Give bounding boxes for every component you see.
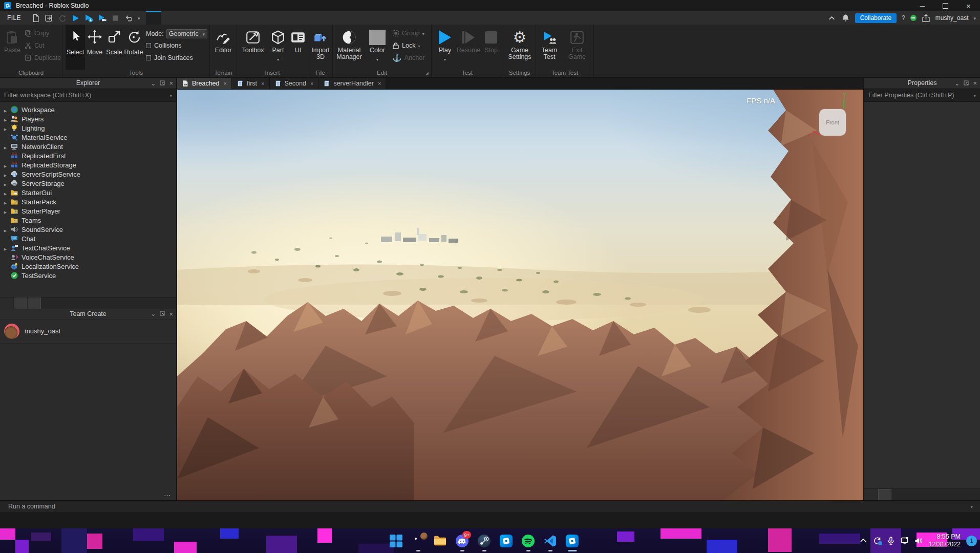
file-menu[interactable]: FILE — [0, 11, 28, 25]
collaborate-button[interactable]: Collaborate — [855, 13, 897, 23]
username[interactable]: mushy_oast — [935, 14, 969, 22]
expand-arrow-icon[interactable] — [2, 180, 9, 187]
explorer-close-icon[interactable] — [169, 79, 173, 87]
taskbar-app-button[interactable] — [495, 528, 517, 553]
ribbon-tab[interactable] — [177, 11, 192, 25]
ribbon-tab[interactable] — [161, 11, 177, 25]
share-icon[interactable] — [922, 14, 930, 23]
expand-arrow-icon[interactable] — [2, 106, 9, 114]
tree-row[interactable]: TestService — [0, 271, 176, 280]
ui-button[interactable]: UI — [289, 28, 307, 54]
notification-count-badge[interactable]: 1 — [966, 536, 977, 546]
expand-arrow-icon[interactable] — [2, 207, 9, 215]
ribbon-tab[interactable] — [223, 11, 238, 25]
terrain-editor-button[interactable]: Editor — [212, 28, 235, 54]
tree-row[interactable]: LocalizationService — [0, 262, 176, 271]
open-place-icon[interactable] — [45, 14, 53, 23]
close-tab-icon[interactable] — [261, 80, 264, 87]
tray-speaker-icon[interactable] — [914, 537, 923, 545]
undo-icon[interactable] — [124, 14, 133, 23]
tree-row[interactable]: Chat — [0, 234, 176, 243]
properties-dock-icon[interactable] — [964, 80, 969, 87]
tree-row[interactable]: Workspace — [0, 105, 176, 114]
tree-row[interactable]: MaterialService — [0, 133, 176, 142]
view-cube[interactable]: Front Y x — [819, 109, 846, 136]
play-icon[interactable] — [71, 14, 80, 23]
expand-arrow-icon[interactable] — [2, 115, 9, 123]
document-tab[interactable]: first — [232, 78, 270, 89]
game-settings-button[interactable]: ⚙ Game Settings — [506, 28, 533, 60]
clock[interactable]: 8:55 PM 12/31/2022 — [928, 533, 961, 548]
color-button[interactable]: Color — [367, 28, 388, 63]
explorer-filter-input[interactable]: Filter workspace (Ctrl+Shift+X) — [0, 89, 176, 102]
user-menu-caret-icon[interactable] — [973, 14, 976, 22]
ribbon-tab[interactable] — [192, 11, 207, 25]
team-create-user-row[interactable]: mushy_oast — [0, 320, 176, 344]
minimize-button[interactable] — [911, 0, 934, 11]
material-manager-button[interactable]: Material Manager — [335, 28, 364, 60]
tree-row[interactable]: ReplicatedStorage — [0, 160, 176, 169]
tree-row[interactable]: StarterPack — [0, 197, 176, 206]
tree-row[interactable]: SoundService — [0, 225, 176, 234]
expand-arrow-icon[interactable] — [2, 124, 9, 132]
close-tab-icon[interactable] — [378, 80, 381, 87]
tray-microphone-icon[interactable] — [887, 537, 895, 545]
mode-select[interactable]: Geometric — [166, 29, 207, 38]
help-icon[interactable] — [902, 14, 905, 22]
tree-row[interactable]: ServerStorage — [0, 179, 176, 188]
presence-status-icon[interactable] — [910, 15, 917, 21]
tray-update-icon[interactable] — [873, 537, 881, 545]
explorer-filter-caret-icon[interactable] — [169, 92, 172, 99]
play-save-icon[interactable] — [84, 14, 93, 23]
tree-row[interactable]: TextChatService — [0, 243, 176, 252]
edit-section-launcher-icon[interactable]: ◢ — [426, 71, 429, 75]
ribbon-tab[interactable] — [207, 11, 223, 25]
expand-arrow-icon[interactable] — [2, 189, 9, 197]
properties-close-icon[interactable] — [973, 79, 977, 87]
taskbar-app-button[interactable] — [429, 528, 451, 553]
play-button[interactable]: Play — [435, 28, 455, 63]
taskbar-app-button[interactable]: 9+ — [451, 528, 473, 553]
explorer-dock-icon[interactable] — [160, 80, 165, 87]
import-3d-button[interactable]: Import 3D — [309, 28, 332, 60]
team-create-dock-icon[interactable] — [160, 310, 165, 317]
tree-row[interactable]: Players — [0, 114, 176, 123]
tree-row[interactable]: VoiceChatService — [0, 252, 176, 262]
part-button[interactable]: Part — [268, 28, 288, 63]
close-button[interactable] — [957, 0, 980, 11]
notifications-bell-icon[interactable] — [841, 14, 850, 23]
tree-row[interactable]: ServerScriptService — [0, 169, 176, 179]
panel-tab[interactable] — [14, 297, 27, 309]
taskbar-app-button[interactable] — [473, 528, 495, 553]
team-create-close-icon[interactable] — [169, 310, 173, 318]
collisions-checkbox[interactable]: Collisions — [146, 39, 208, 52]
tree-row[interactable]: NetworkClient — [0, 142, 176, 151]
join-surfaces-checkbox[interactable]: Join Surfaces — [146, 52, 208, 64]
team-create-collapse-icon[interactable] — [151, 310, 156, 317]
scale-tool-button[interactable]: Scale — [104, 25, 124, 70]
document-tab[interactable]: serverHandler — [318, 78, 386, 89]
lock-button[interactable]: Lock — [392, 39, 424, 52]
toolbox-button[interactable]: Toolbox — [240, 28, 266, 54]
panel-tab[interactable] — [0, 297, 13, 309]
expand-arrow-icon[interactable] — [2, 226, 9, 233]
new-place-icon[interactable] — [31, 14, 40, 23]
quick-access-caret-icon[interactable] — [138, 14, 140, 22]
panel-tab[interactable] — [878, 489, 891, 500]
properties-filter-input[interactable]: Filter Properties (Ctrl+Shift+P) — [864, 89, 980, 102]
close-tab-icon[interactable] — [310, 80, 313, 87]
tree-row[interactable]: Teams — [0, 216, 176, 225]
expand-arrow-icon[interactable] — [2, 244, 9, 252]
play-record-icon[interactable] — [98, 14, 106, 23]
expand-arrow-icon[interactable] — [2, 171, 9, 178]
maximize-button[interactable] — [934, 0, 957, 11]
command-bar[interactable]: Run a command — [0, 500, 980, 512]
tree-row[interactable]: ReplicatedFirst — [0, 151, 176, 160]
taskbar-app-button[interactable] — [407, 528, 429, 553]
command-bar-caret-icon[interactable] — [970, 503, 973, 510]
tree-row[interactable]: StarterGui — [0, 188, 176, 197]
expand-arrow-icon[interactable] — [2, 198, 9, 206]
select-tool-button[interactable]: Select — [66, 25, 85, 70]
panel-tab[interactable] — [864, 489, 878, 500]
expand-arrow-icon[interactable] — [2, 161, 9, 169]
